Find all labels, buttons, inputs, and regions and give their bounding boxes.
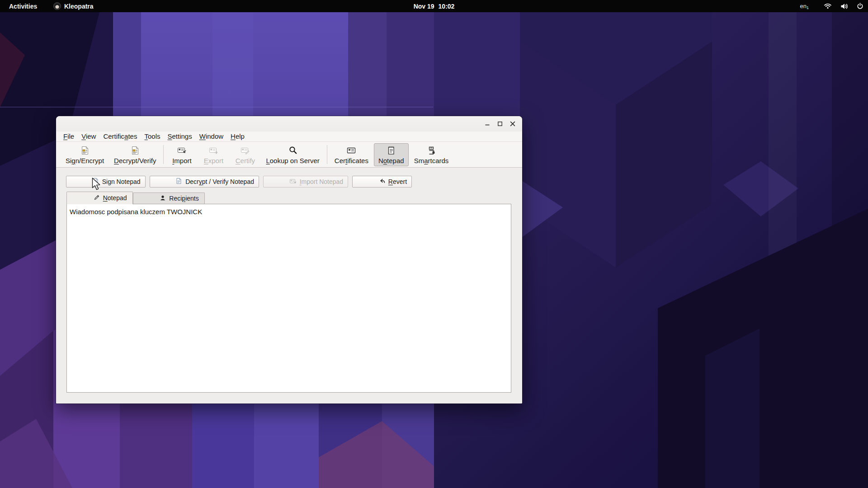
- button-label: Revert: [388, 178, 407, 185]
- pencil-icon: [72, 187, 100, 209]
- toolbar-lookup-on-server[interactable]: Lookup on Server: [261, 143, 324, 166]
- button-label: Decrypt / Verify Notepad: [185, 178, 254, 185]
- toolbar-separator: [163, 145, 164, 164]
- sign-notepad-button[interactable]: Sign Notepad: [66, 176, 146, 188]
- toolbar-label: Certify: [236, 157, 255, 164]
- close-button[interactable]: [509, 120, 516, 127]
- export-certificate-icon: [208, 145, 218, 156]
- certificates-card-icon: [346, 145, 356, 156]
- desktop: Activities Kleopatra Nov 19 10:02 en1: [0, 0, 868, 488]
- notepad-tab-bar: Notepad Recipients: [66, 191, 205, 204]
- notepad-text-area[interactable]: Wiadomosc podpisana kluczem TWOJNICK: [66, 204, 511, 393]
- toolbar-smartcards[interactable]: Smartcards: [410, 143, 453, 166]
- tab-notepad[interactable]: Notepad: [66, 192, 133, 204]
- toolbar: Sign/Encrypt Decrypt/Verify: [56, 142, 522, 168]
- app-menu-button[interactable]: Kleopatra: [53, 0, 94, 12]
- toolbar-label: Smartcards: [414, 157, 449, 164]
- system-status-area: en1: [800, 0, 863, 12]
- activities-button[interactable]: Activities: [6, 0, 40, 12]
- notepad-icon: [386, 145, 396, 156]
- toolbar-certify[interactable]: Certify: [230, 143, 260, 166]
- menu-certificates[interactable]: Certificates: [99, 132, 141, 141]
- notepad-view: Sign Notepad Decrypt / Verify Notepad: [56, 168, 522, 404]
- smartcard-reader-icon: [426, 145, 436, 156]
- undo-arrow-icon: [357, 170, 385, 193]
- volume-icon[interactable]: [840, 3, 848, 9]
- toolbar-label: Export: [204, 157, 223, 164]
- toolbar-separator: [327, 145, 327, 164]
- menu-help[interactable]: Help: [227, 132, 248, 141]
- sign-encrypt-document-icon: [80, 145, 90, 156]
- toolbar-notepad[interactable]: Notepad: [374, 143, 409, 166]
- menu-window[interactable]: Window: [196, 132, 227, 141]
- button-label: Import Notepad: [300, 178, 344, 185]
- toolbar-sign-encrypt[interactable]: Sign/Encrypt: [61, 143, 108, 166]
- kleopatra-app-icon: [53, 2, 61, 10]
- activities-label: Activities: [9, 3, 37, 10]
- window-titlebar[interactable]: [56, 116, 522, 131]
- toolbar-label: Import: [172, 157, 192, 164]
- menu-tools[interactable]: Tools: [141, 132, 164, 141]
- certify-certificate-icon: [240, 145, 250, 156]
- clock-date: Nov 19: [414, 3, 434, 10]
- menu-file[interactable]: File: [60, 132, 78, 141]
- decrypt-verify-notepad-button[interactable]: Decrypt / Verify Notepad: [150, 176, 259, 188]
- import-notepad-button[interactable]: Import Notepad: [263, 176, 348, 188]
- toolbar-import[interactable]: Import: [166, 143, 197, 166]
- tab-label: Recipients: [169, 195, 198, 202]
- search-icon: [288, 145, 298, 156]
- toolbar-label: Sign/Encrypt: [66, 157, 104, 164]
- toolbar-certificates[interactable]: Certificates: [330, 143, 373, 166]
- kleopatra-window: File View Certificates Tools Settings Wi…: [56, 116, 522, 404]
- toolbar-label: Lookup on Server: [266, 157, 319, 164]
- power-icon[interactable]: [857, 3, 863, 9]
- toolbar-label: Notepad: [378, 157, 404, 164]
- app-name: Kleopatra: [64, 3, 94, 10]
- minimize-button[interactable]: [484, 120, 491, 127]
- toolbar-label: Certificates: [335, 157, 368, 164]
- menu-settings[interactable]: Settings: [164, 132, 196, 141]
- wifi-icon[interactable]: [824, 3, 832, 9]
- notepad-action-row: Sign Notepad Decrypt / Verify Notepad: [66, 176, 412, 188]
- toolbar-label: Decrypt/Verify: [114, 157, 156, 164]
- maximize-button[interactable]: [496, 120, 504, 127]
- toolbar-decrypt-verify[interactable]: Decrypt/Verify: [109, 143, 160, 166]
- window-controls: [484, 116, 516, 131]
- menu-bar: File View Certificates Tools Settings Wi…: [56, 131, 522, 142]
- clock-time: 10:02: [439, 3, 455, 10]
- tab-label: Notepad: [103, 194, 127, 202]
- keyboard-layout-indicator[interactable]: en1: [800, 3, 809, 9]
- button-label: Sign Notepad: [102, 178, 141, 185]
- clock-button[interactable]: Nov 19 10:02: [414, 0, 455, 12]
- revert-button[interactable]: Revert: [352, 176, 412, 188]
- import-card-icon: [268, 171, 297, 193]
- import-certificate-icon: [177, 145, 187, 156]
- toolbar-export[interactable]: Export: [198, 143, 229, 166]
- menu-view[interactable]: View: [78, 132, 99, 141]
- tab-recipients[interactable]: Recipients: [133, 192, 205, 204]
- gnome-top-bar: Activities Kleopatra Nov 19 10:02 en1: [0, 0, 868, 12]
- decrypt-verify-document-icon: [130, 145, 140, 156]
